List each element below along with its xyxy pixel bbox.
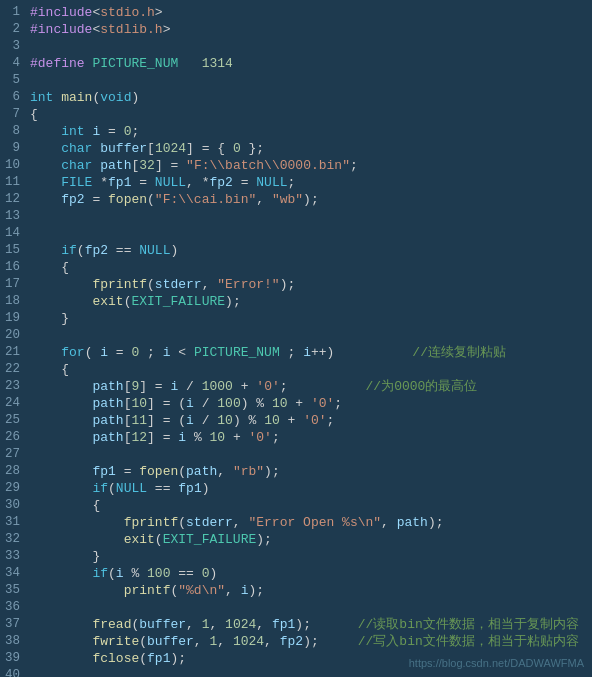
token-var: path: [397, 515, 428, 530]
token-op: ) %: [233, 413, 264, 428]
token-num: 12: [131, 430, 147, 445]
token-var: buffer: [100, 141, 147, 156]
token-var: fp2: [85, 243, 108, 258]
token-op: , *: [186, 175, 209, 190]
token-op: (: [178, 464, 186, 479]
token-op: ,: [225, 583, 241, 598]
code-line: 4#define PICTURE_NUM 1314: [0, 55, 592, 72]
token-var: fp2: [209, 175, 232, 190]
line-content: path[11] = (i / 10) % 10 + '0';: [28, 412, 592, 429]
token-op: (: [139, 634, 147, 649]
token-op: [30, 566, 92, 581]
line-content: #include<stdio.h>: [28, 4, 592, 21]
line-content: [28, 225, 592, 242]
code-line: 25 path[11] = (i / 10) % 10 + '0';: [0, 412, 592, 429]
line-number: 30: [0, 497, 28, 514]
code-line: 1#include<stdio.h>: [0, 4, 592, 21]
line-number: 3: [0, 38, 28, 55]
token-num: 1024: [225, 617, 256, 632]
token-op: ): [131, 90, 139, 105]
token-op: ;: [280, 345, 303, 360]
token-op: ,: [256, 192, 272, 207]
token-num: 10: [217, 413, 233, 428]
token-op: =: [85, 192, 108, 207]
token-var: path: [92, 396, 123, 411]
code-line: 6int main(void): [0, 89, 592, 106]
token-str: '0': [256, 379, 279, 394]
line-number: 19: [0, 310, 28, 327]
token-var: fp1: [178, 481, 201, 496]
token-str: "F:\\batch\\0000.bin": [186, 158, 350, 173]
line-content: int main(void): [28, 89, 592, 106]
code-line: 24 path[10] = (i / 100) % 10 + '0';: [0, 395, 592, 412]
token-op: [30, 277, 92, 292]
token-op: ,: [233, 515, 249, 530]
token-str: '0': [303, 413, 326, 428]
token-var: fp1: [272, 617, 295, 632]
token-inc-path: stdlib.h: [100, 22, 162, 37]
token-num: 100: [217, 396, 240, 411]
line-content: if(NULL == fp1): [28, 480, 592, 497]
line-number: 31: [0, 514, 28, 531]
token-op: [30, 481, 92, 496]
token-op: [: [147, 141, 155, 156]
token-op: (: [139, 651, 147, 666]
code-line: 33 }: [0, 548, 592, 565]
token-op: /: [194, 413, 217, 428]
line-number: 18: [0, 293, 28, 310]
token-kw: int: [30, 90, 53, 105]
token-str: "%d\n": [178, 583, 225, 598]
line-content: exit(EXIT_FAILURE);: [28, 293, 592, 310]
code-editor: 1#include<stdio.h>2#include<stdlib.h>3 4…: [0, 0, 592, 677]
token-op: (: [178, 515, 186, 530]
token-op: [30, 617, 92, 632]
token-op: /: [178, 379, 201, 394]
token-op: [30, 243, 61, 258]
token-str: "F:\\cai.bin": [155, 192, 256, 207]
token-num: 100: [147, 566, 170, 581]
token-str: '0': [311, 396, 334, 411]
line-number: 25: [0, 412, 28, 429]
line-content: [28, 208, 592, 225]
token-fn: main: [61, 90, 92, 105]
token-op: }: [30, 311, 69, 326]
token-str: "wb": [272, 192, 303, 207]
token-var: fp1: [108, 175, 131, 190]
line-content: fread(buffer, 1, 1024, fp1); //读取bin文件数据…: [28, 616, 592, 633]
token-fn: exit: [92, 294, 123, 309]
code-line: 22 {: [0, 361, 592, 378]
watermark: https://blog.csdn.net/DADWAWFMA: [409, 657, 584, 669]
token-op: ;: [139, 345, 162, 360]
token-fn: fclose: [92, 651, 139, 666]
token-fn: fopen: [139, 464, 178, 479]
line-content: if(fp2 == NULL): [28, 242, 592, 259]
token-macro: EXIT_FAILURE: [131, 294, 225, 309]
token-var: stderr: [155, 277, 202, 292]
token-op: (: [77, 243, 85, 258]
token-op: [30, 294, 92, 309]
line-content: path[9] = i / 1000 + '0'; //为0000的最高位: [28, 378, 592, 395]
line-number: 22: [0, 361, 28, 378]
token-fn: fread: [92, 617, 131, 632]
line-number: 26: [0, 429, 28, 446]
line-content: [28, 38, 592, 55]
token-inc-path: stdio.h: [100, 5, 155, 20]
token-var: fp1: [92, 464, 115, 479]
line-number: 34: [0, 565, 28, 582]
token-kw: NULL: [155, 175, 186, 190]
token-op: ,: [194, 634, 210, 649]
token-kw: if: [61, 243, 77, 258]
token-num: 11: [131, 413, 147, 428]
token-num: 1000: [202, 379, 233, 394]
line-number: 33: [0, 548, 28, 565]
token-kw: NULL: [116, 481, 147, 496]
line-content: exit(EXIT_FAILURE);: [28, 531, 592, 548]
token-op: ;: [334, 396, 342, 411]
token-op: *: [92, 175, 108, 190]
line-number: 20: [0, 327, 28, 344]
token-var: buffer: [139, 617, 186, 632]
line-number: 21: [0, 344, 28, 361]
token-op: /: [194, 396, 217, 411]
token-op: ;: [280, 379, 366, 394]
code-line: 37 fread(buffer, 1, 1024, fp1); //读取bin文…: [0, 616, 592, 633]
